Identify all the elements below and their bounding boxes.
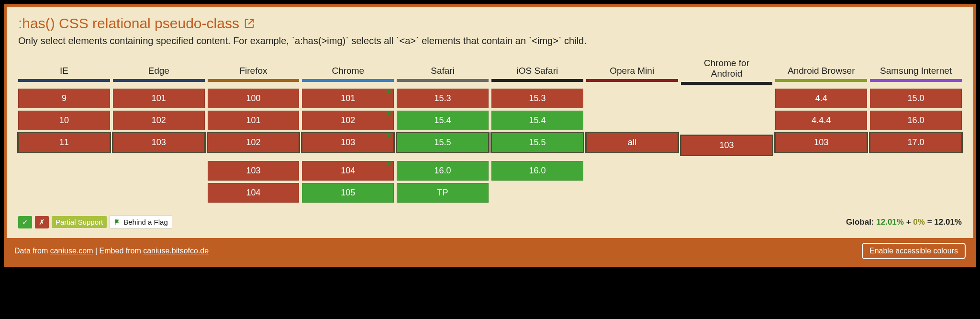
- browser-header: Safari: [397, 55, 489, 82]
- browser-header: Opera Mini: [586, 55, 678, 82]
- version-cell[interactable]: TP: [397, 183, 489, 203]
- global-eq: =: [927, 217, 932, 227]
- browser-header: Samsung Internet: [870, 55, 962, 82]
- global-partial: 0%: [913, 217, 925, 227]
- version-cell[interactable]: 101: [302, 89, 394, 108]
- version-cell[interactable]: 17.0: [870, 133, 962, 152]
- footer-embed-from: Embed from: [100, 247, 141, 255]
- external-link-icon[interactable]: [244, 18, 255, 29]
- browser-header: iOS Safari: [491, 55, 583, 82]
- version-cell[interactable]: 15.5: [397, 133, 489, 152]
- browser-column-opera-mini: Opera Mini all: [586, 55, 678, 208]
- legend-flag-label: Behind a Flag: [123, 218, 168, 226]
- embed-host-link[interactable]: caniuse.bitsofco.de: [143, 247, 209, 255]
- version-cell[interactable]: 103: [775, 133, 867, 152]
- version-cell[interactable]: 103: [113, 133, 205, 152]
- global-plus: +: [906, 217, 911, 227]
- version-cell[interactable]: 9: [18, 89, 110, 108]
- accessible-colours-button[interactable]: Enable accessible colours: [862, 243, 966, 259]
- version-cell[interactable]: 103: [302, 133, 394, 152]
- version-cell[interactable]: 15.5: [491, 133, 583, 152]
- version-cell[interactable]: 16.0: [491, 161, 583, 181]
- flag-icon: [386, 161, 392, 168]
- support-panel: :has() CSS relational pseudo-class Only …: [7, 7, 973, 238]
- feature-description: Only select elements containing specifie…: [18, 35, 962, 46]
- browser-column-firefox: Firefox100101102103104: [208, 55, 300, 208]
- legend-flag: Behind a Flag: [110, 216, 172, 228]
- global-usage: Global: 12.01% + 0% = 12.01%: [846, 217, 962, 227]
- browser-column-samsung: Samsung Internet15.016.017.0: [870, 55, 962, 208]
- caniuse-embed: :has() CSS relational pseudo-class Only …: [4, 4, 976, 267]
- footer-sep: |: [95, 247, 100, 255]
- version-cell[interactable]: 102: [113, 111, 205, 130]
- version-cell[interactable]: 102: [208, 133, 300, 152]
- version-cell[interactable]: 4.4: [775, 89, 867, 108]
- browser-column-ios: iOS Safari15.315.415.516.0: [491, 55, 583, 208]
- browser-column-android: Android Browser4.44.4.4103: [775, 55, 867, 208]
- browser-header: Chrome for Android: [681, 55, 773, 85]
- version-cell[interactable]: all: [586, 133, 678, 152]
- version-cell[interactable]: 103: [208, 161, 300, 181]
- legend-partial: Partial Support: [52, 216, 107, 228]
- flag-icon: [114, 219, 121, 226]
- version-cell[interactable]: 105: [302, 183, 394, 203]
- version-cell[interactable]: 15.3: [397, 89, 489, 108]
- browser-header: Chrome: [302, 55, 394, 82]
- global-label: Global:: [846, 217, 874, 227]
- browser-header: Edge: [113, 55, 205, 82]
- version-cell[interactable]: 101: [208, 111, 300, 130]
- global-supported: 12.01%: [876, 217, 904, 227]
- browser-column-chrome-android: Chrome for Android 103: [681, 55, 773, 208]
- browser-header: IE: [18, 55, 110, 82]
- version-cell[interactable]: 100: [208, 89, 300, 108]
- version-cell[interactable]: 15.3: [491, 89, 583, 108]
- version-cell[interactable]: 104: [208, 183, 300, 203]
- browser-column-safari: Safari15.315.415.516.0TP: [397, 55, 489, 208]
- flag-icon: [386, 89, 392, 96]
- version-cell[interactable]: 101: [113, 89, 205, 108]
- version-cell[interactable]: 16.0: [870, 111, 962, 130]
- flag-icon: [386, 111, 392, 118]
- browser-column-ie: IE91011: [18, 55, 110, 208]
- browser-header: Android Browser: [775, 55, 867, 82]
- legend-unsupported: ✗: [35, 216, 49, 228]
- version-cell[interactable]: 15.4: [397, 111, 489, 130]
- caniuse-link[interactable]: caniuse.com: [50, 247, 93, 255]
- embed-footer: Data from caniuse.com | Embed from caniu…: [7, 238, 973, 264]
- feature-title: :has() CSS relational pseudo-class: [18, 15, 239, 32]
- version-cell[interactable]: 104: [302, 161, 394, 181]
- version-cell[interactable]: 103: [681, 136, 773, 155]
- version-cell[interactable]: 16.0: [397, 161, 489, 181]
- browser-column-edge: Edge101102103: [113, 55, 205, 208]
- browser-column-chrome: Chrome101102103104105: [302, 55, 394, 208]
- footer-data-from: Data from: [14, 247, 48, 255]
- version-cell[interactable]: 102: [302, 111, 394, 130]
- legend-supported: ✓: [18, 216, 32, 228]
- version-cell[interactable]: 10: [18, 111, 110, 130]
- version-cell[interactable]: 15.0: [870, 89, 962, 108]
- version-cell[interactable]: 15.4: [491, 111, 583, 130]
- global-total: 12.01%: [934, 217, 962, 227]
- version-cell[interactable]: 11: [18, 133, 110, 152]
- legend-row: ✓ ✗ Partial Support Behind a Flag Global…: [18, 216, 962, 228]
- footer-credits: Data from caniuse.com | Embed from caniu…: [14, 247, 209, 255]
- flag-icon: [386, 133, 392, 140]
- browser-header: Firefox: [208, 55, 300, 82]
- support-grid: IE91011 Edge101102103 Firefox10010110210…: [18, 55, 962, 208]
- version-cell[interactable]: 4.4.4: [775, 111, 867, 130]
